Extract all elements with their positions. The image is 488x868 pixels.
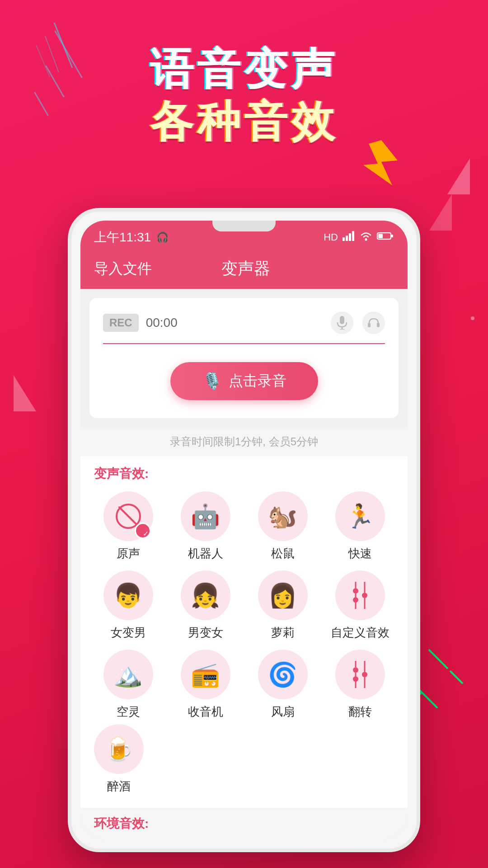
svg-point-25 bbox=[353, 667, 358, 673]
effect-flip[interactable]: 翻转 bbox=[326, 650, 394, 720]
effect-f2m-label: 女变男 bbox=[111, 625, 146, 641]
rec-bar: REC 00:00 bbox=[103, 311, 385, 334]
svg-line-17 bbox=[119, 507, 137, 525]
record-btn-label: 点击录音 bbox=[229, 371, 286, 391]
svg-point-7 bbox=[365, 239, 367, 241]
effect-fan[interactable]: 🌀 风扇 bbox=[249, 650, 317, 720]
effect-radio[interactable]: 📻 收音机 bbox=[171, 650, 239, 720]
svg-point-18 bbox=[353, 588, 358, 594]
effect-squirrel-circle: 🐿️ bbox=[258, 491, 308, 541]
effect-m2f-circle: 👧 bbox=[181, 571, 230, 620]
effect-radio-circle: 📻 bbox=[181, 650, 230, 699]
effect-f2m-circle: 👦 bbox=[103, 571, 153, 620]
effect-molly-label: 萝莉 bbox=[271, 625, 295, 641]
effect-molly[interactable]: 👩 萝莉 bbox=[249, 571, 317, 641]
svg-rect-6 bbox=[352, 231, 354, 241]
effect-robot-label: 机器人 bbox=[188, 546, 223, 561]
headphone-icon: 🎧 bbox=[156, 231, 169, 243]
hint-area: 录音时间限制1分钟, 会员5分钟 bbox=[80, 427, 408, 456]
rec-icons bbox=[331, 311, 385, 334]
effect-molly-circle: 👩 bbox=[258, 571, 308, 620]
effect-drunk[interactable]: 🍺 醉酒 bbox=[94, 724, 144, 794]
svg-rect-4 bbox=[346, 236, 348, 241]
svg-rect-14 bbox=[368, 323, 371, 327]
effects-grid: 原声 🤖 机器人 🐿️ 松鼠 🏃 快速 bbox=[94, 491, 394, 720]
effect-fast-circle: 🏃 bbox=[335, 491, 385, 541]
effect-ethereal[interactable]: 🏔️ 空灵 bbox=[94, 650, 162, 720]
env-title: 环境音效: bbox=[94, 816, 149, 830]
svg-point-19 bbox=[362, 593, 367, 598]
battery-icon bbox=[377, 231, 394, 243]
phone-notch bbox=[212, 221, 276, 231]
effect-m2f-label: 男变女 bbox=[188, 625, 223, 641]
rec-badge: REC bbox=[103, 314, 139, 332]
mic-toggle-btn[interactable] bbox=[331, 311, 353, 334]
effect-original-label: 原声 bbox=[117, 546, 140, 561]
svg-rect-15 bbox=[377, 323, 380, 327]
app-header: 导入文件 变声器 bbox=[80, 250, 408, 289]
hint-text: 录音时间限制1分钟, 会员5分钟 bbox=[170, 435, 318, 448]
effect-fan-circle: 🌀 bbox=[258, 650, 308, 699]
wifi-icon bbox=[360, 231, 372, 244]
env-section: 环境音效: bbox=[80, 808, 408, 840]
effect-flip-label: 翻转 bbox=[348, 704, 372, 720]
effects-title: 变声音效: bbox=[94, 465, 394, 482]
record-button[interactable]: 🎙️ 点击录音 bbox=[170, 362, 318, 400]
effect-original-circle bbox=[103, 491, 153, 541]
effect-robot-circle: 🤖 bbox=[181, 491, 230, 541]
effect-radio-label: 收音机 bbox=[188, 704, 223, 720]
mic-icon: 🎙️ bbox=[202, 372, 222, 391]
status-time: 上午11:31 bbox=[94, 229, 151, 246]
effect-squirrel[interactable]: 🐿️ 松鼠 bbox=[249, 491, 317, 561]
effect-custom[interactable]: 自定义音效 bbox=[326, 571, 394, 641]
waveform-line bbox=[103, 343, 385, 344]
effect-custom-label: 自定义音效 bbox=[331, 625, 389, 641]
phone-frame: 上午11:31 🎧 HD bbox=[68, 208, 420, 852]
svg-point-26 bbox=[362, 672, 367, 677]
svg-rect-5 bbox=[349, 233, 351, 241]
headphone-btn[interactable] bbox=[362, 311, 385, 334]
effects-section: 变声音效: 原声 🤖 机器人 bbox=[80, 456, 408, 808]
effect-drunk-circle: 🍺 bbox=[94, 724, 144, 774]
phone-screen: 上午11:31 🎧 HD bbox=[80, 221, 408, 840]
sub-title: 各种音效 bbox=[0, 98, 488, 146]
effect-flip-circle bbox=[335, 650, 385, 699]
rec-time: 00:00 bbox=[146, 316, 324, 330]
svg-rect-3 bbox=[343, 237, 345, 241]
effect-ethereal-label: 空灵 bbox=[117, 704, 140, 720]
effect-m2f[interactable]: 👧 男变女 bbox=[171, 571, 239, 641]
title-area: 语音变声 各种音效 bbox=[0, 45, 488, 145]
effect-fan-label: 风扇 bbox=[271, 704, 295, 720]
effect-ethereal-circle: 🏔️ bbox=[103, 650, 153, 699]
phone-mockup: 上午11:31 🎧 HD bbox=[68, 208, 420, 852]
svg-rect-9 bbox=[378, 234, 383, 238]
effect-squirrel-label: 松鼠 bbox=[271, 546, 295, 561]
effect-f2m[interactable]: 👦 女变男 bbox=[94, 571, 162, 641]
main-title: 语音变声 bbox=[0, 45, 488, 93]
effect-robot[interactable]: 🤖 机器人 bbox=[171, 491, 239, 561]
svg-rect-11 bbox=[340, 316, 344, 324]
recording-area: REC 00:00 bbox=[89, 298, 399, 418]
status-icons: HD bbox=[324, 231, 394, 244]
import-file-btn[interactable]: 导入文件 bbox=[94, 259, 152, 279]
record-btn-container: 🎙️ 点击录音 bbox=[103, 362, 385, 400]
signal-icon bbox=[343, 231, 355, 244]
effect-drunk-label: 醉酒 bbox=[107, 778, 131, 794]
app-title: 变声器 bbox=[221, 258, 270, 280]
hd-badge: HD bbox=[324, 231, 338, 243]
svg-rect-10 bbox=[391, 235, 393, 237]
effect-fast-label: 快速 bbox=[348, 546, 372, 561]
effect-custom-circle bbox=[335, 571, 385, 620]
effect-fast[interactable]: 🏃 快速 bbox=[326, 491, 394, 561]
effect-original[interactable]: 原声 bbox=[94, 491, 162, 561]
